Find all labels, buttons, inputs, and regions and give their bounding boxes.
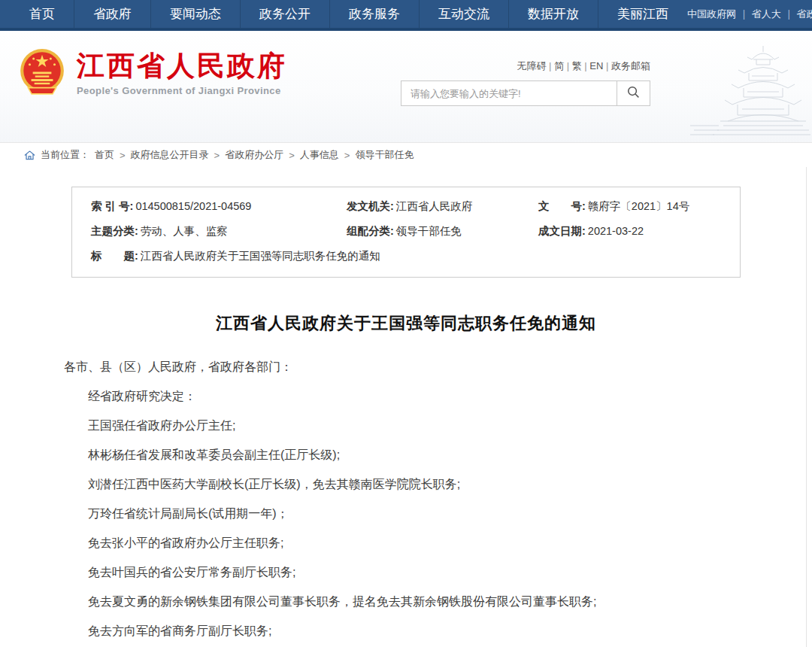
breadcrumb-separator: > [214, 150, 220, 161]
link-simplified-chinese[interactable]: 简 [549, 60, 564, 71]
nav-item-open-data[interactable]: 数据开放 [508, 0, 598, 28]
nav-item-home[interactable]: 首页 [11, 0, 74, 28]
search-input[interactable] [401, 81, 617, 105]
link-china-gov[interactable]: 中国政府网 [687, 8, 736, 21]
main-content: 索 引 号:014500815/2021-04569 发文机关:江西省人民政府 … [0, 187, 812, 647]
breadcrumb-leadership-appointments[interactable]: 领导干部任免 [355, 148, 414, 162]
link-provincial-cppcc[interactable]: 省政协 [781, 8, 812, 21]
nav-item-beautiful-jiangxi[interactable]: 美丽江西 [598, 0, 687, 28]
top-navigation-bar: 首页 省政府 要闻动态 政务公开 政务服务 互动交流 数据开放 美丽江西 中国政… [0, 0, 812, 31]
link-accessibility[interactable]: 无障碍 [517, 60, 546, 71]
metadata-row: 主题分类:劳动、人事、监察 组配分类:领导干部任免 成文日期:2021-03-2… [72, 219, 740, 244]
doc-paragraph-removal: 免去方向军的省商务厅副厅长职务; [64, 624, 748, 639]
document-body: 各市、县（区）人民政府，省政府各部门： 经省政府研究决定： 王国强任省政府办公厅… [64, 360, 748, 647]
doc-paragraph-decision: 经省政府研究决定： [64, 389, 748, 404]
national-emblem-icon [19, 47, 65, 100]
link-english[interactable]: EN [584, 60, 603, 71]
meta-document-number: 文 号:赣府字〔2021〕14号 [538, 199, 740, 214]
meta-group-category: 组配分类:领导干部任免 [347, 224, 538, 238]
home-icon [24, 150, 35, 160]
site-header: 江西省人民政府 People's Government of Jiangxi P… [0, 31, 812, 142]
search-icon [626, 85, 641, 102]
external-gov-links: 中国政府网 省人大 省政协 [687, 0, 812, 28]
meta-issuing-agency: 发文机关:江西省人民政府 [347, 199, 538, 214]
meta-topic-category: 主题分类:劳动、人事、监察 [91, 224, 347, 238]
breadcrumb-location-label: 当前位置： [41, 148, 89, 162]
site-title-english: People's Government of Jiangxi Province [77, 85, 287, 96]
breadcrumb-info-directory[interactable]: 政府信息公开目录 [131, 148, 209, 162]
nav-item-gov-services[interactable]: 政务服务 [329, 0, 419, 28]
nav-item-news[interactable]: 要闻动态 [150, 0, 240, 28]
doc-paragraph-appointment: 王国强任省政府办公厅主任; [64, 418, 748, 433]
search-bar [401, 80, 650, 106]
doc-paragraph-removal: 免去夏文勇的新余钢铁集团有限公司董事长职务，提名免去其新余钢铁股份有限公司董事长… [64, 594, 748, 609]
doc-paragraph-salutation: 各市、县（区）人民政府，省政府各部门： [64, 360, 748, 375]
metadata-row: 索 引 号:014500815/2021-04569 发文机关:江西省人民政府 … [72, 194, 740, 219]
document-title: 江西省人民政府关于王国强等同志职务任免的通知 [71, 312, 741, 335]
breadcrumb-separator: > [289, 150, 295, 161]
breadcrumb-general-office[interactable]: 省政府办公厅 [225, 148, 283, 162]
link-gov-mailbox[interactable]: 政务邮箱 [606, 60, 650, 71]
breadcrumb-separator: > [120, 150, 126, 161]
search-button[interactable] [617, 81, 650, 105]
doc-paragraph-appointment: 林彬杨任省发展和改革委员会副主任(正厅长级); [64, 448, 748, 463]
breadcrumb-separator: > [344, 150, 350, 161]
metadata-row: 标 题:江西省人民政府关于王国强等同志职务任免的通知 [72, 244, 740, 269]
main-nav: 首页 省政府 要闻动态 政务公开 政务服务 互动交流 数据开放 美丽江西 [11, 0, 687, 28]
utility-links: 无障碍 简 繁 EN 政务邮箱 [517, 59, 650, 73]
site-title: 江西省人民政府 [77, 51, 287, 82]
meta-index-number: 索 引 号:014500815/2021-04569 [91, 199, 347, 214]
document-metadata-table: 索 引 号:014500815/2021-04569 发文机关:江西省人民政府 … [71, 187, 741, 278]
doc-paragraph-removal: 免去张小平的省政府办公厅主任职务; [64, 536, 748, 551]
breadcrumb-home[interactable]: 首页 [95, 148, 114, 162]
doc-paragraph-removal: 免去叶国兵的省公安厅常务副厅长职务; [64, 565, 748, 580]
site-logo[interactable]: 江西省人民政府 People's Government of Jiangxi P… [19, 47, 287, 100]
scrollbar[interactable] [806, 167, 807, 647]
doc-paragraph-appointment: 刘潜任江西中医药大学副校长(正厅长级)，免去其赣南医学院院长职务; [64, 477, 748, 492]
nav-item-provincial-government[interactable]: 省政府 [74, 0, 150, 28]
nav-item-interaction[interactable]: 互动交流 [419, 0, 508, 28]
pavilion-sketch-decoration [690, 43, 810, 142]
breadcrumb-personnel-info[interactable]: 人事信息 [300, 148, 339, 162]
meta-title: 标 题:江西省人民政府关于王国强等同志职务任免的通知 [91, 249, 740, 263]
doc-paragraph-appointment: 万玲任省统计局副局长(试用期一年)； [64, 506, 748, 521]
breadcrumb: 当前位置： 首页 > 政府信息公开目录 > 省政府办公厅 > 人事信息 > 领导… [0, 142, 812, 167]
link-provincial-npc[interactable]: 省人大 [736, 8, 781, 21]
nav-item-gov-affairs-open[interactable]: 政务公开 [240, 0, 329, 28]
meta-issue-date: 成文日期:2021-03-22 [538, 224, 740, 238]
link-traditional-chinese[interactable]: 繁 [567, 60, 582, 71]
